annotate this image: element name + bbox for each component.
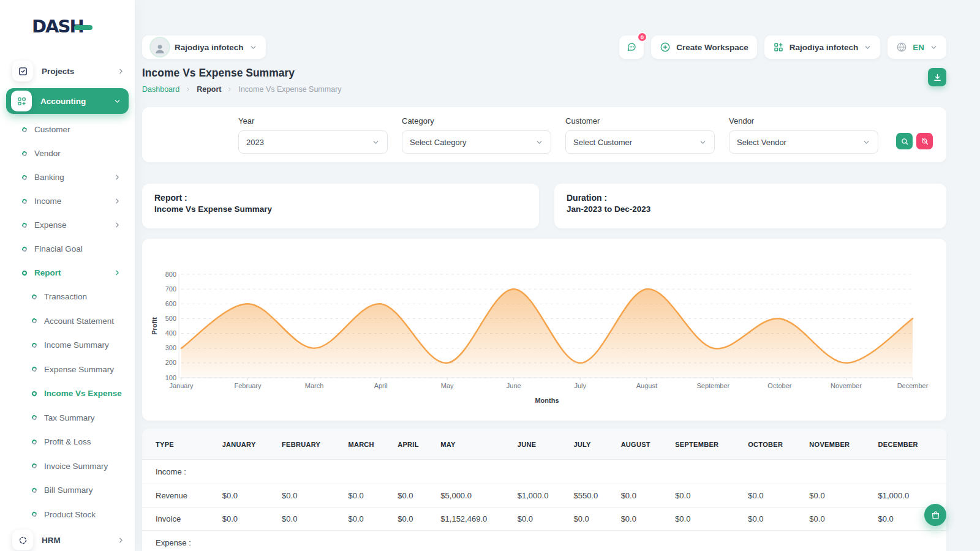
sidebar-item-label: Bill Summary: [44, 485, 121, 495]
sidebar-item-label: Income Vs Expense: [44, 389, 122, 398]
account-name: Rajodiya infotech: [790, 43, 859, 52]
sidebar-item-label: Account Statement: [44, 317, 121, 326]
bullet-icon: [21, 174, 28, 181]
dash-logo[interactable]: DASH: [32, 16, 135, 37]
workspace-avatar: [151, 38, 169, 56]
table-row-revenue: Revenue$0.0$0.0$0.0$0.0$5,000.0$1,000.0$…: [142, 484, 946, 508]
sidebar-item-hrm[interactable]: HRM: [0, 527, 135, 551]
table-cell: [440, 531, 517, 551]
bullet-icon: [21, 246, 28, 252]
sidebar-item-label: Expense Summary: [44, 365, 121, 374]
bullet-icon: [31, 438, 38, 445]
page-header: Income Vs Expense Summary Dashboard Repo…: [142, 67, 946, 94]
sidebar-item-tax-summary[interactable]: Tax Summary: [0, 406, 135, 430]
bullet-icon: [31, 487, 38, 493]
sidebar-item-income-vs-expense[interactable]: Income Vs Expense: [0, 381, 135, 406]
svg-text:400: 400: [165, 329, 176, 337]
income-vs-expense-chart[interactable]: 100200300400500600700800JanuaryFebruaryM…: [148, 245, 940, 414]
table-cell: $0.0: [348, 484, 398, 508]
svg-text:January: January: [169, 382, 194, 389]
breadcrumb-report[interactable]: Report: [197, 85, 221, 94]
chevron-right-icon: [113, 221, 121, 229]
svg-text:800: 800: [165, 271, 176, 278]
download-icon: [933, 73, 942, 82]
workspace-selector[interactable]: Rajodiya infotech: [142, 36, 266, 59]
language-code: EN: [913, 43, 924, 52]
year-field: Year 2023: [238, 116, 388, 154]
chevron-down-icon: [864, 43, 872, 51]
bullet-icon: [21, 222, 28, 228]
bullet-icon: [31, 414, 38, 421]
table-header-cell: OCTOBER: [748, 429, 809, 460]
sidebar-item-account-statement[interactable]: Account Statement: [0, 309, 135, 334]
sidebar-item-label: Expense: [34, 220, 113, 230]
year-select[interactable]: 2023: [238, 130, 388, 154]
table-cell: $0.0: [282, 508, 348, 531]
sidebar-item-transaction[interactable]: Transaction: [0, 285, 135, 309]
purchase-fab-button[interactable]: [924, 504, 946, 526]
bullet-icon: [31, 342, 38, 348]
breadcrumb-dashboard[interactable]: Dashboard: [142, 85, 179, 94]
sidebar-item-product-stock[interactable]: Product Stock: [0, 503, 135, 527]
table-cell: $0.0: [748, 484, 809, 508]
sidebar-item-expense-summary[interactable]: Expense Summary: [0, 358, 135, 382]
table-body: Income :Revenue$0.0$0.0$0.0$0.0$5,000.0$…: [142, 460, 946, 551]
table-cell: [621, 460, 676, 484]
sidebar-item-projects[interactable]: Projects: [0, 58, 135, 84]
svg-text:March: March: [305, 382, 324, 389]
category-select[interactable]: Select Category: [402, 130, 551, 154]
vendor-field: Vendor Select Vendor: [729, 116, 878, 154]
sidebar-item-income-summary[interactable]: Income Summary: [0, 333, 135, 358]
download-button[interactable]: [928, 68, 946, 86]
table-header-cell: FEBRUARY: [282, 429, 348, 460]
globe-icon: [896, 42, 907, 53]
sidebar-item-income[interactable]: Income: [0, 189, 135, 213]
chart-card: 100200300400500600700800JanuaryFebruaryM…: [142, 239, 946, 421]
table-cell: $0.0: [809, 508, 878, 531]
bullet-icon: [31, 390, 38, 397]
sidebar-item-expense[interactable]: Expense: [0, 213, 135, 237]
account-selector[interactable]: Rajodiya infotech: [764, 36, 881, 59]
svg-text:August: August: [636, 382, 657, 389]
topbar-right: 0 Create Workspace Rajodiya infotech EN: [619, 36, 946, 59]
summary-row: Report : Income Vs Expense Summary Durat…: [142, 184, 946, 228]
topbar: Rajodiya infotech 0 Create Workspace Raj…: [142, 36, 946, 59]
svg-text:Profit: Profit: [151, 317, 158, 335]
svg-text:October: October: [767, 382, 791, 389]
sidebar-item-label: Product Stock: [44, 510, 121, 519]
vendor-label: Vendor: [729, 116, 878, 126]
sidebar-item-customer[interactable]: Customer: [0, 118, 135, 141]
language-selector[interactable]: EN: [888, 36, 946, 59]
vendor-select[interactable]: Select Vendor: [729, 130, 878, 154]
sidebar-item-accounting[interactable]: Accounting: [6, 88, 129, 114]
hrm-icon: [12, 530, 33, 550]
table-cell: $0.0: [282, 484, 348, 508]
accounting-submenu: CustomerVendorBankingIncomeExpenseFinaci…: [0, 118, 135, 285]
duration-card-value: Jan-2023 to Dec-2023: [567, 204, 934, 214]
breadcrumb-current: Income Vs Expense Summary: [238, 85, 341, 94]
bullet-icon: [21, 198, 28, 204]
sidebar-item-banking[interactable]: Banking: [0, 165, 135, 189]
sidebar-item-invoice-summary[interactable]: Invoice Summary: [0, 454, 135, 479]
create-workspace-button[interactable]: Create Workspace: [651, 36, 757, 59]
table-header-cell: MAY: [440, 429, 517, 460]
sidebar-item-bill-summary[interactable]: Bill Summary: [0, 478, 135, 503]
chevron-down-icon: [930, 43, 938, 51]
apply-filter-button[interactable]: [896, 133, 913, 149]
sidebar-item-finacial-goal[interactable]: Finacial Goal: [0, 237, 135, 261]
sidebar-item-profit-loss[interactable]: Profit & Loss: [0, 430, 135, 454]
row-label: Revenue: [142, 484, 222, 508]
customer-select[interactable]: Select Customer: [565, 130, 715, 154]
reset-filter-button[interactable]: [916, 133, 933, 149]
messages-button[interactable]: 0: [619, 36, 644, 59]
page-title: Income Vs Expense Summary: [142, 67, 946, 80]
chevron-right-icon: [117, 67, 125, 75]
table-header-cell: APRIL: [398, 429, 440, 460]
table-header-cell: JUNE: [518, 429, 574, 460]
sidebar-item-vendor[interactable]: Vendor: [0, 141, 135, 165]
table-header-cell: JULY: [573, 429, 620, 460]
sidebar-item-label: Income: [34, 197, 113, 206]
table-cell: [222, 531, 282, 551]
table-cell: $0.0: [348, 508, 398, 531]
sidebar-item-report[interactable]: Report: [0, 261, 135, 285]
